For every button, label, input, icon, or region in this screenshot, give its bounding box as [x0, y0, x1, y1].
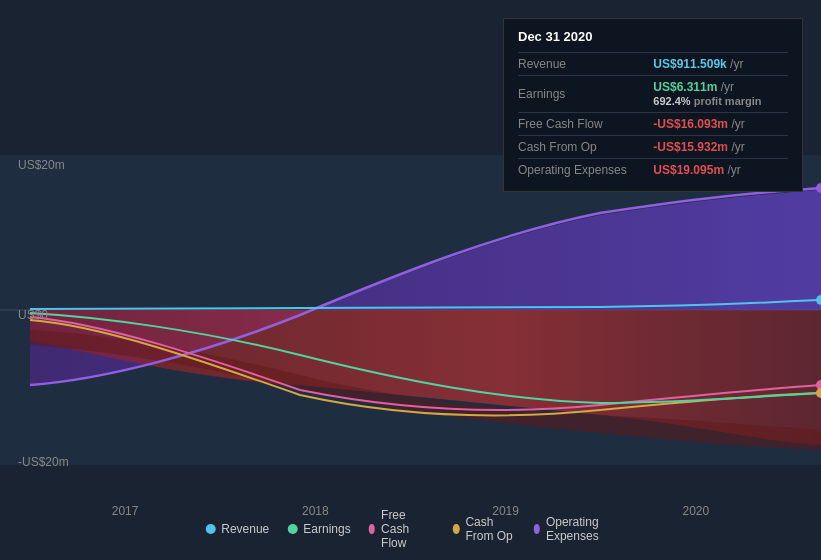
tooltip-row-opex: Operating Expenses US$19.095m /yr	[518, 159, 788, 182]
legend-item-fcf[interactable]: Free Cash Flow	[369, 508, 435, 550]
legend-label-cashfromop: Cash From Op	[465, 515, 515, 543]
tooltip-table: Revenue US$911.509k /yr Earnings US$6.31…	[518, 52, 788, 181]
legend-label-fcf: Free Cash Flow	[381, 508, 435, 550]
tooltip-row-cashfromop: Cash From Op -US$15.932m /yr	[518, 136, 788, 159]
y-axis-label-zero: US$0	[18, 308, 48, 322]
tooltip-value-earnings: US$6.311m /yr 692.4% profit margin	[653, 76, 788, 113]
tooltip-value-revenue: US$911.509k /yr	[653, 53, 788, 76]
tooltip-label-fcf: Free Cash Flow	[518, 113, 653, 136]
year-label-2020: 2020	[683, 504, 710, 518]
legend-label-earnings: Earnings	[303, 522, 350, 536]
year-label-2017: 2017	[112, 504, 139, 518]
legend-label-revenue: Revenue	[221, 522, 269, 536]
legend-dot-fcf	[369, 524, 375, 534]
y-axis-label-top: US$20m	[18, 158, 65, 172]
legend-dot-revenue	[205, 524, 215, 534]
legend-dot-opex	[534, 524, 540, 534]
tooltip-label-earnings: Earnings	[518, 76, 653, 113]
legend-dot-cashfromop	[453, 524, 459, 534]
y-axis-label-bottom: -US$20m	[18, 455, 69, 469]
tooltip-label-cashfromop: Cash From Op	[518, 136, 653, 159]
legend-item-cashfromop[interactable]: Cash From Op	[453, 515, 515, 543]
tooltip-label-revenue: Revenue	[518, 53, 653, 76]
legend-item-opex[interactable]: Operating Expenses	[534, 515, 616, 543]
tooltip-value-fcf: -US$16.093m /yr	[653, 113, 788, 136]
tooltip-value-cashfromop: -US$15.932m /yr	[653, 136, 788, 159]
chart-legend: Revenue Earnings Free Cash Flow Cash Fro…	[205, 508, 616, 550]
legend-label-opex: Operating Expenses	[546, 515, 616, 543]
legend-item-earnings[interactable]: Earnings	[287, 522, 350, 536]
legend-item-revenue[interactable]: Revenue	[205, 522, 269, 536]
tooltip-date: Dec 31 2020	[518, 29, 788, 44]
legend-dot-earnings	[287, 524, 297, 534]
tooltip-row-fcf: Free Cash Flow -US$16.093m /yr	[518, 113, 788, 136]
tooltip-box: Dec 31 2020 Revenue US$911.509k /yr Earn…	[503, 18, 803, 192]
tooltip-row-revenue: Revenue US$911.509k /yr	[518, 53, 788, 76]
tooltip-label-opex: Operating Expenses	[518, 159, 653, 182]
tooltip-value-opex: US$19.095m /yr	[653, 159, 788, 182]
tooltip-row-earnings: Earnings US$6.311m /yr 692.4% profit mar…	[518, 76, 788, 113]
